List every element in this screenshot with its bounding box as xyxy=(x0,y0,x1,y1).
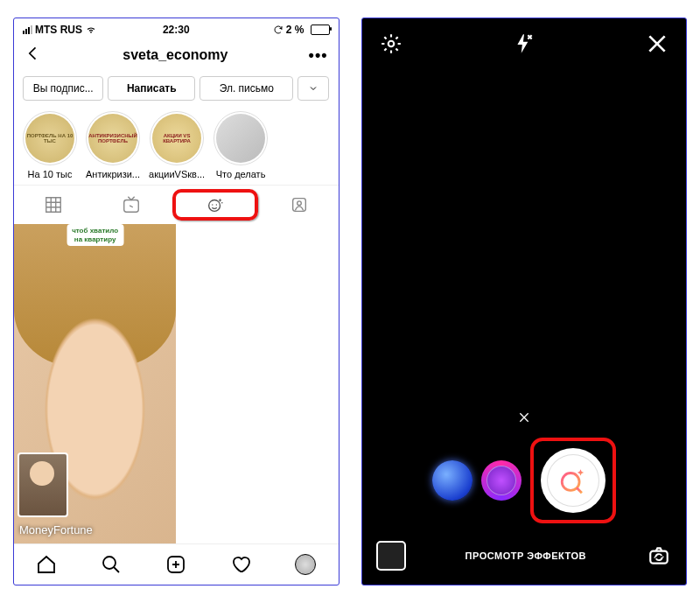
shutter-highlight xyxy=(530,438,616,523)
highlight-item[interactable]: ПОРТФЕЛЬ НА 10 ТЫС На 10 тыс xyxy=(23,111,77,179)
chevron-down-icon xyxy=(308,83,318,94)
home-icon xyxy=(36,554,57,575)
svg-point-3 xyxy=(216,204,217,205)
nav-home[interactable] xyxy=(14,554,79,575)
svg-point-10 xyxy=(562,473,579,491)
nav-search[interactable] xyxy=(79,554,144,575)
tab-grid[interactable] xyxy=(14,195,93,214)
tab-igtv[interactable] xyxy=(93,195,172,214)
effect-sticker: чтоб хватило на квартиру xyxy=(66,224,123,246)
svg-point-9 xyxy=(388,41,394,47)
battery-label: 2 % xyxy=(286,24,304,36)
effect-name-label: MoneyFortune xyxy=(19,523,93,536)
clock: 22:30 xyxy=(163,24,190,36)
close-small-icon xyxy=(517,410,531,424)
search-icon xyxy=(101,554,122,575)
dismiss-effect[interactable] xyxy=(362,405,687,434)
camera-top-bar xyxy=(362,18,687,73)
avatar-icon xyxy=(295,554,316,575)
svg-point-4 xyxy=(221,202,223,204)
sync-icon xyxy=(273,25,284,35)
profile-screen: MTS RUS 22:30 2 % sveta_economy ••• Вы п… xyxy=(13,18,340,585)
grid-icon xyxy=(44,195,63,214)
battery-icon xyxy=(311,25,330,35)
close-icon xyxy=(646,32,668,55)
profile-tabs xyxy=(14,185,339,224)
flash-button[interactable] xyxy=(513,32,536,59)
svg-point-2 xyxy=(212,204,213,205)
email-button[interactable]: Эл. письмо xyxy=(200,76,293,101)
heart-icon xyxy=(230,554,251,575)
effects-icon xyxy=(206,195,225,214)
gallery-button[interactable] xyxy=(376,541,406,571)
status-bar: MTS RUS 22:30 2 % xyxy=(14,18,339,38)
profile-header: sveta_economy ••• xyxy=(14,38,339,73)
highlight-item[interactable]: АНТИКРИЗИСНЫЙ ПОРТФЕЛЬ Антикризи... xyxy=(86,111,140,179)
tab-tagged[interactable] xyxy=(260,195,339,214)
effects-carousel xyxy=(362,434,687,532)
tab-effects[interactable] xyxy=(172,189,258,221)
close-button[interactable] xyxy=(646,32,668,59)
wifi-icon xyxy=(85,25,97,34)
nav-create[interactable] xyxy=(144,554,208,575)
switch-camera-button[interactable] xyxy=(646,543,672,569)
browse-effects-icon xyxy=(558,466,588,495)
effect-tile[interactable]: чтоб хватило на квартиру MoneyFortune xyxy=(14,224,176,543)
effect-lens[interactable] xyxy=(432,460,472,501)
camera-screen: ПРОСМОТР ЭФФЕКТОВ xyxy=(361,18,688,585)
browse-effects-label: ПРОСМОТР ЭФФЕКТОВ xyxy=(420,550,633,561)
switch-camera-icon xyxy=(648,544,670,567)
igtv-icon xyxy=(122,195,141,214)
shutter-button[interactable] xyxy=(541,448,606,513)
bottom-nav xyxy=(14,543,339,585)
profile-actions: Вы подпис... Написать Эл. письмо xyxy=(14,73,339,108)
camera-viewfinder xyxy=(362,73,687,405)
highlight-item[interactable]: Что делать xyxy=(214,111,268,179)
settings-button[interactable] xyxy=(380,32,402,59)
carrier-label: MTS RUS xyxy=(35,24,82,36)
suggest-button[interactable] xyxy=(298,76,329,101)
camera-bottom-bar: ПРОСМОТР ЭФФЕКТОВ xyxy=(362,532,687,585)
svg-point-6 xyxy=(297,201,301,206)
effect-lens[interactable] xyxy=(481,460,522,501)
profile-username: sveta_economy xyxy=(42,47,309,63)
svg-rect-11 xyxy=(650,551,668,564)
back-button[interactable] xyxy=(24,43,42,67)
message-button[interactable]: Написать xyxy=(108,76,195,101)
plus-icon xyxy=(165,554,186,575)
nav-profile[interactable] xyxy=(273,554,338,575)
highlight-item[interactable]: АКЦИИ VS КВАРТИРА акцииVSкв... xyxy=(149,111,205,179)
flash-off-icon xyxy=(513,32,536,55)
nav-activity[interactable] xyxy=(208,554,273,575)
svg-point-7 xyxy=(103,557,116,569)
svg-point-1 xyxy=(209,200,220,212)
effect-creator-thumb xyxy=(18,452,68,517)
subscribed-button[interactable]: Вы подпис... xyxy=(23,76,103,101)
more-button[interactable]: ••• xyxy=(309,46,328,65)
effects-grid: чтоб хватило на квартиру MoneyFortune xyxy=(14,224,339,543)
tagged-icon xyxy=(290,195,309,214)
highlights-row: ПОРТФЕЛЬ НА 10 ТЫС На 10 тыс АНТИКРИЗИСН… xyxy=(14,108,339,185)
signal-icon xyxy=(23,25,32,34)
gear-icon xyxy=(380,32,402,55)
